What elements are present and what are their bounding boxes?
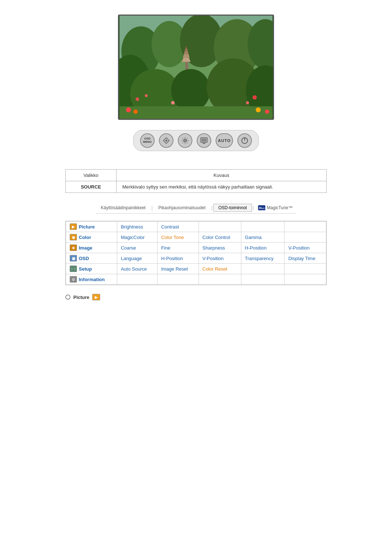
brightness-cell: Brightness xyxy=(117,222,157,232)
colortone-cell: Color Tone xyxy=(157,232,199,243)
empty-info-3 xyxy=(199,274,241,285)
header-valikko: Valikko xyxy=(66,170,117,181)
svg-line-38 xyxy=(187,138,188,139)
hposition-osd-link[interactable]: H-Position xyxy=(161,256,183,261)
colortone-link[interactable]: Color Tone xyxy=(161,235,184,240)
tab-pikaohjausominaisuudet[interactable]: Pikaohjausominaisuudet xyxy=(153,204,211,212)
tab-separator-1: | xyxy=(151,205,153,210)
language-cell: Language xyxy=(117,253,157,264)
image-menu-cell: ⊕ Image xyxy=(66,243,117,253)
brightness-button[interactable] xyxy=(178,133,192,148)
hposition-image-cell: H-Position xyxy=(241,243,285,253)
svg-point-26 xyxy=(256,108,261,113)
imagereset-cell: Image Reset xyxy=(157,264,199,274)
empty-info-4 xyxy=(241,274,285,285)
svg-point-25 xyxy=(134,110,138,114)
table-row: ⊙ Information xyxy=(66,274,326,285)
picture-link[interactable]: Picture xyxy=(79,224,95,230)
empty-cell-3 xyxy=(285,222,326,232)
image-icon: ⊕ xyxy=(70,244,77,251)
table-row: ▶ Picture Brightness Contrast xyxy=(66,222,326,232)
monitor-button[interactable] xyxy=(197,133,211,148)
menu-button[interactable]: OSDMENU xyxy=(140,133,155,148)
language-link[interactable]: Language xyxy=(121,256,142,261)
table-row: ⊕ Image Coarse Fine Sharpness H-Position… xyxy=(66,243,326,253)
table-row: ◉ Color MagicColor Color Tone Color Cont… xyxy=(66,232,326,243)
vposition-osd-link[interactable]: V-Position xyxy=(203,256,224,261)
picture-icon: ▶ xyxy=(70,223,77,230)
magiccolor-link[interactable]: MagicColor xyxy=(121,235,145,240)
empty-info-2 xyxy=(157,274,199,285)
imagereset-link[interactable]: Image Reset xyxy=(161,266,188,272)
osd-menu-cell: ▣ OSD xyxy=(66,253,117,264)
empty-cell-6 xyxy=(285,264,326,274)
info-table: Valikko Kuvaus SOURCE Merkkivalo syttyy … xyxy=(65,169,327,193)
transparency-cell: Transparency xyxy=(241,253,285,264)
svg-point-18 xyxy=(136,97,139,101)
tab-osd-toiminnot[interactable]: OSD-toiminnot xyxy=(213,204,252,212)
displaytime-cell: Display Time xyxy=(285,253,326,264)
fine-cell: Fine xyxy=(157,243,199,253)
gamma-link[interactable]: Gamma xyxy=(245,235,262,240)
empty-cell-4 xyxy=(285,232,326,243)
svg-marker-11 xyxy=(185,49,188,51)
color-link[interactable]: Color xyxy=(79,235,91,240)
monitor-display xyxy=(118,15,274,120)
picture-text-label: Picture xyxy=(73,295,89,300)
svg-line-37 xyxy=(187,143,188,143)
picture-label-row: Picture ▶ xyxy=(65,294,100,300)
autosource-link[interactable]: Auto Source xyxy=(121,266,147,272)
image-link[interactable]: Image xyxy=(79,245,93,251)
coarse-link[interactable]: Coarse xyxy=(121,245,136,251)
contrast-link[interactable]: Contrast xyxy=(161,224,179,230)
svg-point-21 xyxy=(253,95,257,100)
info-table-row: SOURCE Merkkivalo syttyy sen merkiksi, e… xyxy=(66,181,326,193)
info-menu-cell: ⊙ Information xyxy=(66,274,117,285)
coarse-cell: Coarse xyxy=(117,243,157,253)
svg-point-20 xyxy=(171,101,175,105)
vposition-image-link[interactable]: V-Position xyxy=(288,245,310,251)
information-link[interactable]: Information xyxy=(79,277,105,282)
power-button[interactable] xyxy=(237,133,252,148)
setup-link[interactable]: Setup xyxy=(79,266,92,272)
sharpness-link[interactable]: Sharpness xyxy=(203,245,225,251)
contrast-cell: Contrast xyxy=(157,222,199,232)
svg-point-31 xyxy=(183,139,187,142)
auto-button[interactable]: AUTO xyxy=(216,133,233,148)
svg-point-27 xyxy=(265,110,269,114)
svg-text:agic: agic xyxy=(261,207,265,209)
color-menu-cell: ◉ Color xyxy=(66,232,117,243)
fine-link[interactable]: Fine xyxy=(161,245,170,251)
picture-icon-box: ▶ xyxy=(92,294,100,300)
colorreset-link[interactable]: Color Reset xyxy=(203,266,228,272)
empty-cell-2 xyxy=(241,222,285,232)
osd-icon: ▣ xyxy=(70,255,77,262)
colorreset-cell: Color Reset xyxy=(199,264,241,274)
tab-kayttosaadinpainikkeet[interactable]: Käyttösäädinpainikkeet xyxy=(96,204,151,212)
picture-circle-indicator xyxy=(65,295,70,300)
magiccolor-cell: MagicColor xyxy=(117,232,157,243)
tab-magictune[interactable]: M agic MagicTune™ xyxy=(254,204,296,212)
arrow-button[interactable] xyxy=(159,133,173,148)
brightness-link[interactable]: Brightness xyxy=(121,224,143,230)
empty-info-1 xyxy=(117,274,157,285)
info-icon: ⊙ xyxy=(70,276,77,283)
vposition-osd-cell: V-Position xyxy=(199,253,241,264)
svg-line-39 xyxy=(183,143,183,143)
osd-link[interactable]: OSD xyxy=(79,256,89,261)
setup-icon: ⋮⋮ xyxy=(70,266,77,272)
hposition-osd-cell: H-Position xyxy=(157,253,199,264)
hposition-image-link[interactable]: H-Position xyxy=(245,245,267,251)
transparency-link[interactable]: Transparency xyxy=(245,256,274,261)
svg-point-19 xyxy=(145,94,148,97)
tab-separator-2: | xyxy=(211,205,213,210)
magictune-logo-icon: M agic xyxy=(258,205,265,210)
svg-point-15 xyxy=(171,69,210,112)
colorcontrol-link[interactable]: Color Control xyxy=(203,235,230,240)
svg-rect-23 xyxy=(119,106,272,119)
menu-table-wrapper: ▶ Picture Brightness Contrast ◉ xyxy=(65,221,327,285)
displaytime-link[interactable]: Display Time xyxy=(288,256,315,261)
vposition-image-cell: V-Position xyxy=(285,243,326,253)
sharpness-cell: Sharpness xyxy=(199,243,241,253)
svg-point-24 xyxy=(126,108,131,113)
